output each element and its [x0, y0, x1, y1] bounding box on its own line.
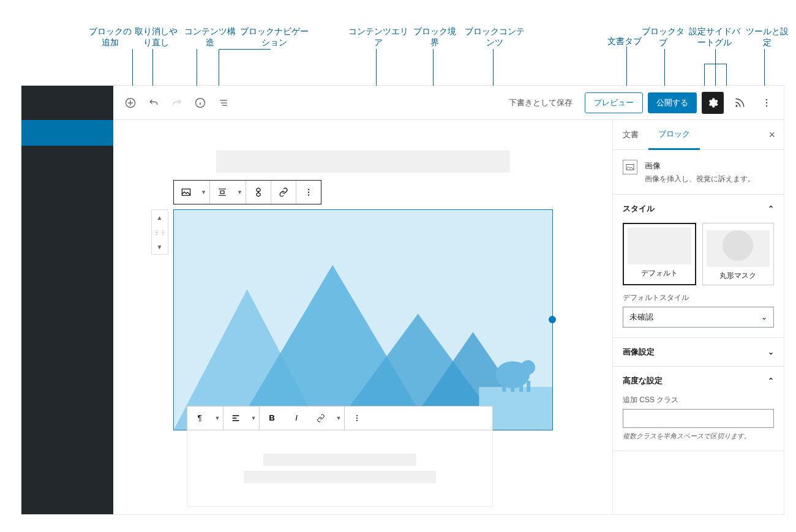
tab-document[interactable]: 文書 — [613, 121, 648, 149]
para-align-button[interactable] — [223, 406, 248, 430]
style-default[interactable]: デフォルト — [623, 223, 696, 285]
block-nav-button[interactable] — [212, 92, 235, 114]
para-type-button[interactable]: ¶ — [187, 406, 212, 430]
svg-rect-25 — [626, 164, 634, 170]
style-panel: スタイル⌃ デフォルト 丸形マスク デフォルトスタ — [613, 195, 784, 338]
sidebar-tabs: 文書 ブロック × — [613, 120, 784, 150]
move-up-button[interactable]: ▲ — [152, 210, 168, 225]
block-name: 画像 — [645, 160, 755, 172]
default-style-label: デフォルトスタイル — [623, 293, 774, 303]
ann-content-area: コンテンツエリア — [348, 26, 409, 48]
svg-rect-20 — [519, 382, 523, 392]
add-block-button[interactable] — [119, 92, 141, 114]
align-dropdown[interactable]: ▼ — [235, 181, 246, 204]
align-button[interactable] — [210, 181, 235, 204]
svg-point-7 — [307, 189, 309, 190]
svg-point-22 — [356, 415, 358, 416]
para-link-button[interactable] — [309, 406, 333, 430]
ann-block-boundary: ブロック境界 — [410, 26, 459, 48]
settings-toggle-button[interactable] — [702, 92, 724, 114]
svg-point-23 — [356, 418, 358, 419]
ann-content-structure: コンテンツ構造 — [182, 26, 238, 48]
svg-point-9 — [307, 194, 309, 195]
image-block-wrapper: ▲ ⋮⋮ ▼ ▼ ▼ — [173, 209, 553, 430]
block-toolbar: ▼ ▼ — [173, 180, 321, 204]
edit-image-button[interactable] — [246, 181, 271, 204]
svg-rect-6 — [182, 189, 190, 196]
css-hint: 複数クラスを半角スペースで区切ります。 — [623, 432, 774, 441]
paragraph-content[interactable] — [187, 430, 493, 507]
svg-rect-18 — [502, 381, 506, 392]
italic-button[interactable]: I — [284, 406, 309, 430]
wp-admin-sidebar — [21, 86, 113, 514]
info-button[interactable] — [189, 92, 211, 114]
ann-tools-settings: ツールと設定 — [746, 26, 789, 48]
jetpack-icon[interactable] — [729, 92, 751, 114]
svg-point-17 — [520, 360, 535, 375]
close-sidebar-button[interactable]: × — [760, 129, 784, 141]
redo-button[interactable] — [166, 92, 188, 114]
tab-block[interactable]: ブロック — [648, 120, 700, 150]
css-class-label: 追加 CSS クラス — [623, 395, 774, 405]
para-more-button[interactable] — [345, 406, 369, 430]
move-down-button[interactable]: ▼ — [152, 239, 168, 254]
svg-point-8 — [307, 192, 309, 193]
paragraph-block: ¶▼ ▼ B I ▼ — [187, 406, 493, 507]
editor-frame: 下書きとして保存 プレビュー 公開する ▲ ⋮⋮ ▼ — [113, 86, 784, 514]
image-settings-panel: 画像設定⌄ — [613, 338, 784, 367]
block-description: 画像を挿入し、視覚に訴えます。 — [645, 173, 755, 184]
wp-sidebar-active-item[interactable] — [21, 120, 113, 146]
image-block[interactable] — [173, 209, 553, 430]
ann-settings-toggle: 設定サイドバートグル — [687, 26, 742, 48]
block-type-button[interactable] — [174, 181, 198, 204]
block-info: 画像 画像を挿入し、視覚に訴えます。 — [613, 150, 784, 195]
image-panel-toggle[interactable]: 画像設定⌄ — [613, 338, 784, 366]
svg-point-4 — [766, 102, 768, 103]
ann-undo-redo: 取り消しやり直し — [132, 26, 181, 48]
link-button[interactable] — [271, 181, 296, 204]
ann-add-block: ブロックの追加 — [86, 26, 135, 48]
svg-rect-19 — [511, 382, 514, 392]
default-style-select[interactable]: 未確認⌄ — [623, 307, 774, 328]
content-canvas[interactable]: ▲ ⋮⋮ ▼ ▼ ▼ — [113, 120, 612, 514]
image-icon — [623, 160, 637, 174]
rich-text-dropdown[interactable]: ▼ — [333, 406, 344, 430]
preview-button[interactable]: プレビュー — [585, 92, 643, 113]
block-more-button[interactable] — [296, 181, 321, 204]
publish-button[interactable]: 公開する — [648, 92, 697, 113]
style-panel-toggle[interactable]: スタイル⌃ — [613, 195, 784, 223]
block-mover: ▲ ⋮⋮ ▼ — [151, 209, 168, 255]
style-circle[interactable]: 丸形マスク — [702, 223, 775, 285]
ann-block-contents: ブロックコンテンツ — [464, 26, 525, 48]
undo-button[interactable] — [143, 92, 165, 114]
drag-handle[interactable]: ⋮⋮ — [152, 225, 168, 239]
bold-button[interactable]: B — [260, 406, 284, 430]
editor-toolbar: 下書きとして保存 プレビュー 公開する — [113, 86, 784, 120]
settings-sidebar: 文書 ブロック × 画像 画像を挿入し、視覚に訴えます。 スタイル⌃ — [612, 120, 784, 514]
resize-handle[interactable] — [549, 316, 556, 323]
advanced-panel: 高度な設定⌃ 追加 CSS クラス 複数クラスを半角スペースで区切ります。 — [613, 367, 784, 451]
svg-point-3 — [766, 99, 768, 100]
ann-doc-tab: 文書タブ — [603, 36, 646, 47]
advanced-panel-toggle[interactable]: 高度な設定⌃ — [613, 367, 784, 395]
svg-point-2 — [735, 105, 737, 107]
title-placeholder[interactable] — [216, 151, 510, 173]
editor-app: 下書きとして保存 プレビュー 公開する ▲ ⋮⋮ ▼ — [21, 86, 784, 514]
svg-rect-21 — [527, 381, 530, 392]
more-menu-button[interactable] — [756, 92, 778, 114]
save-draft-button[interactable]: 下書きとして保存 — [501, 92, 580, 113]
css-class-input[interactable] — [623, 409, 774, 428]
ann-block-tab: ブロックタブ — [642, 26, 685, 48]
ann-block-nav: ブロックナビゲーション — [238, 26, 311, 48]
svg-point-24 — [356, 420, 358, 421]
block-type-dropdown[interactable]: ▼ — [198, 181, 209, 204]
paragraph-toolbar: ¶▼ ▼ B I ▼ — [187, 406, 493, 430]
svg-point-5 — [766, 105, 768, 107]
